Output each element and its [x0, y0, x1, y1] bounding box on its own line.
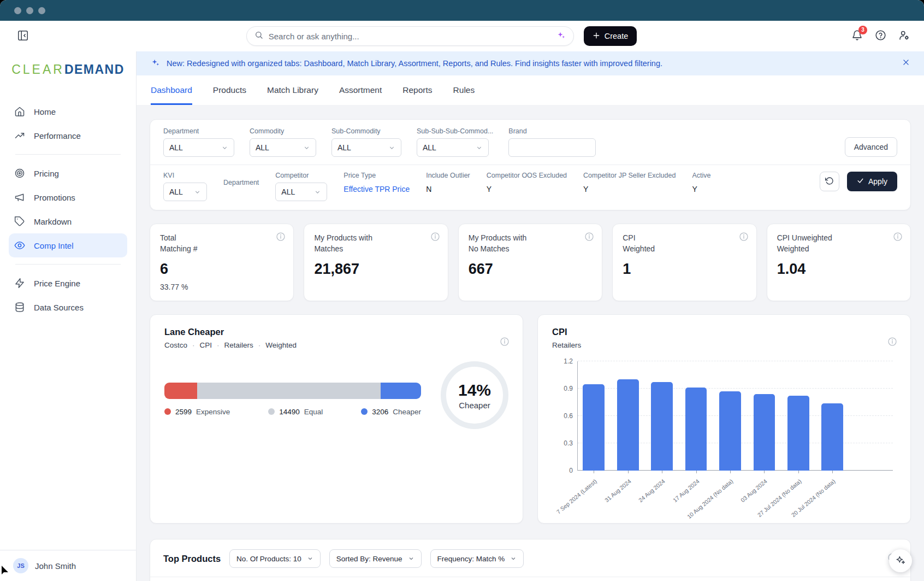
sub-commodity-select[interactable]: ALL [331, 138, 401, 157]
tab-dashboard[interactable]: Dashboard [151, 75, 192, 105]
bar-group: 10 Aug 2024 (No data) [717, 361, 743, 471]
x-tick [832, 471, 833, 473]
ai-assistant-fab[interactable] [889, 549, 912, 572]
filter-price-type: Price Type Effective TPR Price [343, 172, 410, 193]
filter-include-outlier: Include Outlier N [426, 172, 470, 193]
help-button[interactable] [875, 30, 886, 43]
bar[interactable] [719, 391, 741, 471]
tab-assortment[interactable]: Assortment [339, 75, 382, 105]
lane-segment-expensive [164, 383, 197, 399]
tab-match-library[interactable]: Match Library [267, 75, 318, 105]
bar[interactable] [821, 403, 843, 471]
notifications-button[interactable]: 3 [851, 30, 863, 43]
info-icon[interactable] [430, 232, 440, 242]
stat-value: 6 [160, 261, 283, 278]
apply-filters-button[interactable]: Apply [847, 172, 897, 191]
sidebar-item-performance[interactable]: Performance [0, 124, 136, 148]
legend-dot [268, 408, 275, 415]
top-products-card: Top Products No. Of Products: 10 Sorted … [150, 539, 911, 581]
legend-count: 14490 [279, 408, 300, 416]
y-tick-label: 1.2 [564, 357, 573, 365]
department-select[interactable]: ALL [163, 138, 234, 157]
department-secondary-label: Department [223, 179, 259, 186]
check-icon [857, 177, 864, 186]
stat-value: 667 [469, 261, 592, 278]
info-icon[interactable] [739, 232, 749, 242]
main-area: New: Redesigned with organized tabs: Das… [137, 51, 924, 581]
sidebar-item-data-sources[interactable]: Data Sources [0, 295, 136, 319]
products-count-dropdown[interactable]: No. Of Products: 10 [229, 549, 321, 568]
sidebar-item-comp-intel[interactable]: Comp Intel [9, 233, 127, 257]
collapse-sidebar-button[interactable] [14, 27, 32, 45]
stat-card-total-matching: TotalMatching # 6 33.77 % [150, 224, 294, 301]
cpi-plot: 00.30.60.91.27 Sep 2024 (Latest)31 Aug 2… [577, 361, 893, 471]
search-bar[interactable] [246, 26, 574, 46]
trending-up-icon [14, 130, 25, 141]
stat-card-products-with-matches: My Products withMatches 21,867 [304, 224, 448, 301]
frequency-dropdown[interactable]: Frequency: Match % [430, 549, 524, 568]
home-icon [14, 106, 25, 117]
tag-icon [14, 216, 25, 227]
stat-card-products-no-matches: My Products withNo Matches 667 [458, 224, 602, 301]
bar[interactable] [583, 384, 605, 471]
competitor-select[interactable]: ALL [275, 183, 327, 201]
bar-group: 03 Aug 2024 [751, 361, 777, 471]
sidebar-item-pricing[interactable]: Pricing [0, 161, 136, 185]
search-input[interactable] [269, 32, 551, 41]
bar[interactable] [685, 388, 707, 471]
cheaper-percentage-donut: 14% Cheaper [441, 361, 508, 429]
info-icon[interactable] [276, 232, 286, 242]
bar[interactable] [754, 394, 775, 471]
sidebar-item-price-engine[interactable]: Price Engine [0, 271, 136, 295]
sidebar-item-home[interactable]: Home [0, 99, 136, 124]
reset-filters-button[interactable] [820, 172, 839, 191]
select-value: ALL [423, 143, 436, 152]
tab-reports[interactable]: Reports [402, 75, 432, 105]
filter-label: KVI [163, 172, 207, 179]
create-button[interactable]: Create [584, 26, 637, 46]
commodity-select[interactable]: ALL [250, 138, 316, 157]
section-title: Top Products [163, 554, 221, 564]
banner-close-button[interactable] [902, 58, 910, 68]
filter-department: Department ALL [163, 127, 234, 157]
brand-input[interactable] [508, 138, 596, 157]
sorted-by-dropdown[interactable]: Sorted By: Revenue [329, 549, 422, 568]
sidebar-item-markdown[interactable]: Markdown [0, 209, 136, 233]
bar-group: 20 Jul 2024 (No data) [819, 361, 845, 471]
filter-competitor-jp-seller-excluded: Competitor JP Seller Excluded Y [583, 172, 676, 193]
info-icon[interactable] [584, 232, 594, 242]
kvi-select[interactable]: ALL [163, 183, 207, 201]
eye-icon [14, 240, 25, 251]
window-maximize-button[interactable] [38, 7, 45, 14]
bar[interactable] [617, 379, 639, 471]
sub-sub-sub-commodity-select[interactable]: ALL [417, 138, 489, 157]
filter-sub-sub-sub-commodity: Sub-Sub-Sub-Commod... ALL [417, 127, 493, 157]
filter-kvi: KVI ALL [163, 172, 207, 201]
filter-commodity: Commodity ALL [250, 127, 316, 157]
filter-actions: Apply [820, 172, 897, 191]
sidebar: CLEARDEMAND Home Performance Pricing [0, 51, 137, 581]
info-icon[interactable] [893, 232, 903, 242]
mouse-cursor [1, 566, 10, 579]
window-minimize-button[interactable] [26, 7, 33, 14]
price-type-link[interactable]: Effective TPR Price [343, 185, 410, 193]
filter-label: Commodity [250, 127, 316, 135]
advanced-filters-button[interactable]: Advanced [845, 137, 897, 157]
bar[interactable] [651, 382, 673, 471]
bar-group: 27 Jul 2024 (No data) [785, 361, 812, 471]
user-menu[interactable]: JS John Smith [0, 550, 136, 581]
tab-rules[interactable]: Rules [453, 75, 475, 105]
page-tabs: Dashboard Products Match Library Assortm… [137, 75, 924, 105]
account-settings-button[interactable] [898, 30, 910, 43]
info-icon[interactable] [887, 337, 897, 347]
ai-sparkle-icon[interactable] [556, 31, 566, 42]
sidebar-item-promotions[interactable]: Promotions [0, 185, 136, 209]
zap-icon [14, 278, 25, 289]
bar[interactable] [787, 396, 809, 471]
legend-dot [361, 408, 368, 415]
info-icon[interactable] [500, 337, 510, 347]
tab-products[interactable]: Products [213, 75, 246, 105]
app-window: Create 3 [0, 0, 924, 581]
filter-label: Sub-Sub-Sub-Commod... [417, 127, 493, 135]
window-close-button[interactable] [14, 7, 21, 14]
